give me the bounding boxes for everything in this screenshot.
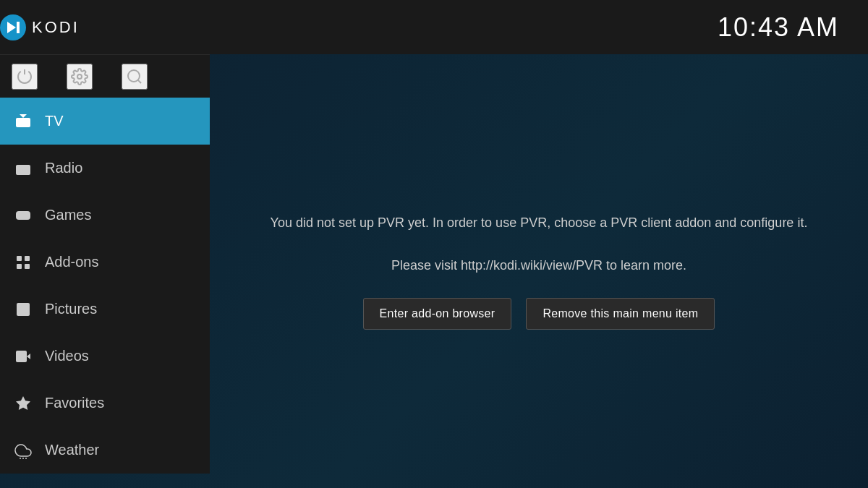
logo-area: KODI xyxy=(0,0,210,54)
pictures-icon xyxy=(14,301,32,318)
svg-rect-19 xyxy=(17,264,22,269)
addons-icon xyxy=(14,254,32,271)
sidebar-item-games[interactable]: Games xyxy=(0,192,210,239)
sidebar-item-favorites-label: Favorites xyxy=(45,395,104,411)
svg-rect-6 xyxy=(16,118,30,127)
enter-addon-browser-button[interactable]: Enter add-on browser xyxy=(363,298,512,330)
settings-button[interactable] xyxy=(67,64,93,90)
sidebar-item-weather[interactable]: Weather xyxy=(0,427,210,474)
videos-icon xyxy=(14,348,32,365)
svg-point-15 xyxy=(27,215,28,217)
svg-point-14 xyxy=(25,214,27,215)
svg-marker-24 xyxy=(16,396,30,410)
games-icon xyxy=(14,207,32,224)
pvr-buttons-row: Enter add-on browser Remove this main me… xyxy=(271,298,808,330)
sidebar-item-videos[interactable]: Videos xyxy=(0,333,210,380)
power-icon xyxy=(16,68,33,85)
sidebar-item-favorites[interactable]: Favorites xyxy=(0,380,210,427)
power-button[interactable] xyxy=(12,64,38,90)
pvr-message-container: You did not set up PVR yet. In order to … xyxy=(271,213,808,330)
weather-icon xyxy=(14,442,32,459)
search-button[interactable] xyxy=(122,64,148,90)
favorites-icon xyxy=(14,395,32,412)
clock: 10:43 AM xyxy=(210,12,854,43)
svg-rect-2 xyxy=(17,22,20,33)
sidebar-item-videos-label: Videos xyxy=(45,348,89,364)
remove-menu-item-button[interactable]: Remove this main menu item xyxy=(526,298,715,330)
sidebar-item-tv[interactable]: TV xyxy=(0,98,210,145)
radio-icon xyxy=(14,160,32,177)
sidebar-item-games-label: Games xyxy=(45,207,91,223)
app-title: KODI xyxy=(32,18,80,37)
svg-point-21 xyxy=(20,306,22,308)
svg-point-3 xyxy=(77,74,82,79)
svg-rect-16 xyxy=(17,256,22,261)
svg-rect-17 xyxy=(25,256,30,261)
sidebar-item-radio[interactable]: Radio xyxy=(0,145,210,192)
svg-rect-22 xyxy=(16,351,27,362)
content-area: You did not set up PVR yet. In order to … xyxy=(210,54,868,488)
sidebar-item-tv-label: TV xyxy=(45,113,64,129)
pvr-text-line1: You did not set up PVR yet. In order to … xyxy=(271,213,808,234)
svg-rect-18 xyxy=(25,264,30,269)
settings-icon xyxy=(71,68,88,85)
kodi-logo-icon xyxy=(0,14,26,40)
pvr-text-line2: Please visit http://kodi.wiki/view/PVR t… xyxy=(271,255,808,276)
tv-icon xyxy=(14,113,32,130)
sidebar-item-radio-label: Radio xyxy=(45,160,82,176)
search-icon xyxy=(126,68,143,85)
svg-point-4 xyxy=(128,70,140,82)
sidebar-item-addons[interactable]: Add-ons xyxy=(0,239,210,286)
sidebar: TV Radio xyxy=(0,98,210,474)
sidebar-item-pictures[interactable]: Pictures xyxy=(0,286,210,333)
app: KODI 10:43 AM xyxy=(0,0,868,488)
sidebar-item-addons-label: Add-ons xyxy=(45,254,99,270)
svg-line-5 xyxy=(138,80,141,82)
iconbar xyxy=(0,54,210,98)
sidebar-item-pictures-label: Pictures xyxy=(45,301,97,317)
sidebar-item-weather-label: Weather xyxy=(45,442,99,458)
svg-marker-23 xyxy=(27,354,30,359)
